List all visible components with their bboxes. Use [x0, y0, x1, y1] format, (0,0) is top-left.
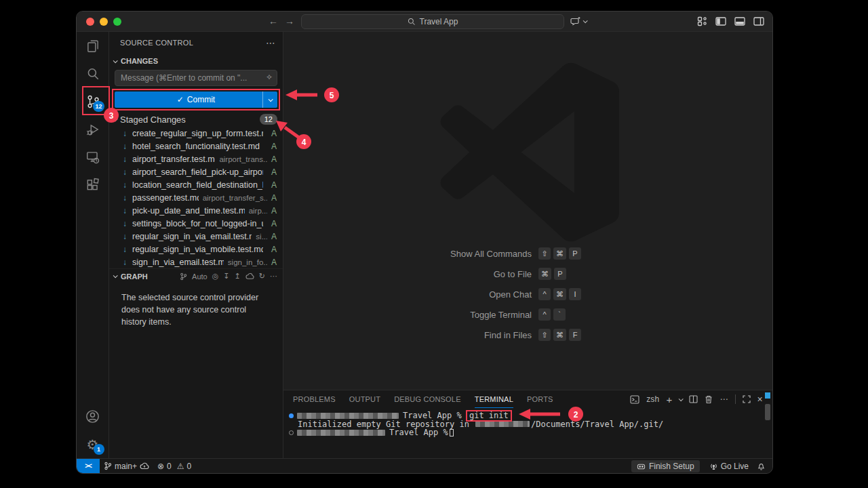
tab-debug-console[interactable]: DEBUG CONSOLE [394, 390, 461, 408]
sparkle-ai-icon[interactable]: ✧ [266, 73, 273, 82]
refresh-icon[interactable]: ↻ [259, 272, 265, 281]
tab-output[interactable]: OUTPUT [349, 390, 380, 408]
titlebar: ← → Travel App [77, 12, 772, 32]
key-chip: ⌘ [553, 288, 566, 300]
branch-icon [180, 272, 187, 281]
git-status-added: A [267, 129, 277, 138]
toggle-panel-icon[interactable] [734, 16, 745, 26]
forward-icon[interactable]: → [285, 16, 294, 26]
file-row[interactable]: ↓settings_block_for_not_logged-in_u...A [109, 217, 283, 230]
customize-layout-icon[interactable] [697, 16, 707, 26]
go-live-button[interactable]: Go Live [705, 459, 753, 474]
chevron-down-icon [269, 97, 273, 102]
zoom-window-button[interactable] [113, 18, 121, 26]
copilot-menu[interactable] [570, 16, 587, 26]
panel-more-icon[interactable]: ⋯ [719, 394, 728, 404]
terminal-cursor [450, 429, 454, 436]
window-controls [86, 18, 121, 26]
publish-cloud-icon[interactable] [140, 462, 149, 470]
graph-auto-label[interactable]: Auto [192, 272, 208, 281]
commit-dropdown[interactable] [262, 92, 277, 108]
markdown-file-icon: ↓ [123, 232, 132, 241]
git-status-added: A [267, 155, 277, 164]
kill-terminal-trash-icon[interactable] [705, 395, 713, 404]
file-row[interactable]: ↓regular_sign_in_via_email.test.mdsi...A [109, 230, 283, 243]
bottom-panel: PROBLEMS OUTPUT DEBUG CONSOLE TERMINAL P… [283, 390, 772, 458]
branch-status-item[interactable]: main+ [100, 459, 153, 474]
file-row[interactable]: ↓sign_in_via_email.test.mdsign_in_fo...A [109, 256, 283, 268]
scrollbar-thumb[interactable] [765, 404, 770, 420]
more-actions-icon[interactable]: ⋯ [266, 37, 276, 48]
fetch-cloud-icon[interactable] [245, 272, 254, 280]
activity-bar: 12 ⚙ 1 [77, 32, 109, 458]
git-status-added: A [267, 245, 277, 254]
back-icon[interactable]: ← [269, 16, 278, 26]
commit-button[interactable]: ✓ Commit [115, 92, 277, 108]
chevron-down-icon [113, 58, 118, 63]
terminal-scrollbar[interactable] [765, 390, 771, 458]
error-icon: ⊗ [157, 462, 164, 471]
file-row[interactable]: ↓pick-up_date_and_time.test.mdairp...A [109, 204, 283, 217]
chevron-down-icon [583, 18, 588, 23]
extensions-icon[interactable] [77, 171, 109, 199]
maximize-panel-icon[interactable] [743, 395, 751, 403]
finish-setup-button[interactable]: Finish Setup [631, 460, 700, 472]
changes-section-header[interactable]: CHANGES [109, 54, 283, 68]
file-row[interactable]: ↓regular_sign_in_via_mobile.test.md...A [109, 243, 283, 256]
remote-explorer-icon[interactable] [77, 143, 109, 171]
file-row[interactable]: ↓airport_search_field_pick-up_airpor...A [109, 165, 283, 178]
shell-label[interactable]: zsh [646, 394, 659, 404]
minimize-window-button[interactable] [100, 18, 108, 26]
pull-icon[interactable]: ↧ [223, 272, 229, 281]
push-icon[interactable]: ↥ [235, 272, 241, 281]
staged-changes-header[interactable]: Staged Changes 12 [109, 112, 283, 127]
search-view-icon[interactable] [77, 60, 109, 87]
copilot-face-icon [637, 462, 646, 470]
file-row[interactable]: ↓location_search_field_destination_l...A [109, 178, 283, 191]
changes-label: CHANGES [121, 57, 158, 65]
file-row[interactable]: ↓hotel_search_functionality.test.mdA [109, 140, 283, 152]
account-icon[interactable] [77, 403, 109, 430]
search-icon [408, 18, 416, 26]
terminal-command: git init [467, 411, 511, 421]
graph-section-header[interactable]: GRAPH Auto ◎ ↧ ↥ ↻ ⋯ [109, 268, 283, 283]
markdown-file-icon: ↓ [123, 129, 132, 138]
staged-count-badge: 12 [260, 114, 277, 125]
close-panel-icon[interactable]: × [757, 394, 763, 405]
terminal-output[interactable]: Travel App % git init Initialized empty … [283, 408, 772, 458]
source-control-icon[interactable]: 12 [77, 87, 109, 115]
copilot-icon [570, 16, 581, 26]
explorer-icon[interactable] [77, 32, 109, 60]
git-status-added: A [267, 180, 277, 190]
toggle-sidebar-right-icon[interactable] [753, 16, 764, 26]
tab-ports[interactable]: PORTS [527, 390, 553, 408]
command-success-dot [289, 413, 294, 418]
remote-indicator[interactable]: >< [77, 459, 100, 474]
graph-more-icon[interactable]: ⋯ [270, 272, 277, 281]
terminal-output-path: /Documents/Travel App/.git/ [531, 420, 663, 429]
markdown-file-icon: ↓ [123, 219, 132, 228]
commit-button-label: Commit [187, 95, 215, 104]
close-window-button[interactable] [86, 18, 94, 26]
settings-gear-icon[interactable]: ⚙ 1 [77, 430, 109, 458]
source-control-badge: 12 [93, 101, 104, 112]
tab-problems[interactable]: PROBLEMS [293, 390, 336, 408]
file-row[interactable]: ↓airport_transfer.test.mdairport_trans..… [109, 152, 283, 165]
toggle-sidebar-left-icon[interactable] [715, 16, 726, 26]
problems-status-item[interactable]: ⊗ 0 ⚠ 0 [153, 459, 195, 474]
command-center-search[interactable]: Travel App [301, 14, 564, 29]
split-terminal-icon[interactable] [689, 395, 698, 403]
file-row[interactable]: ↓passenger.test.mdairport_transfer_s...A [109, 191, 283, 204]
commit-message-input[interactable] [115, 70, 277, 86]
file-row[interactable]: ↓create_regular_sign_up_form.test.mdA [109, 127, 283, 140]
chevron-down-icon[interactable] [679, 396, 684, 401]
new-terminal-icon[interactable]: + [666, 394, 672, 405]
target-icon[interactable]: ◎ [212, 272, 219, 281]
vscode-logo-watermark [439, 62, 619, 242]
tab-terminal[interactable]: TERMINAL [475, 390, 513, 408]
run-debug-icon[interactable] [77, 115, 109, 143]
scrollbar-highlight-marker [765, 392, 770, 399]
notifications-bell-icon[interactable] [753, 459, 772, 474]
terminal-prompt: Travel App % [389, 428, 448, 437]
markdown-file-icon: ↓ [123, 180, 132, 190]
